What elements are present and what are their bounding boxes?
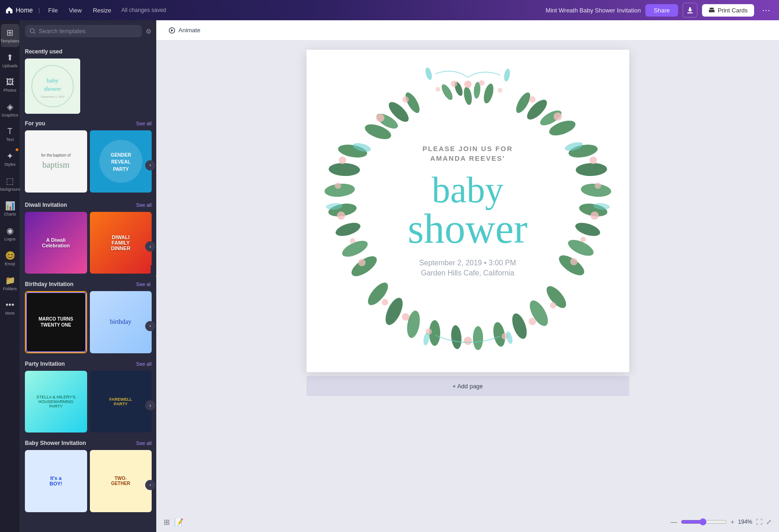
birthday-grid: MARCO TURNSTWENTY ONE birthday [25, 291, 152, 353]
add-page-bar[interactable]: + Add page [307, 376, 629, 396]
emoji-label: Emoji [5, 262, 15, 266]
baby-shower-next-arrow[interactable]: › [145, 480, 155, 490]
canvas-bottom: ⊞ 📝 — + 194% ⛶ ⤢ [156, 512, 779, 532]
template-card-baptism[interactable]: for the baptism of baptism [25, 130, 87, 193]
template-card-birthday-dark[interactable]: MARCO TURNSTWENTY ONE [25, 291, 87, 353]
file-menu[interactable]: File [45, 5, 60, 16]
zoom-out-button[interactable]: — [671, 518, 677, 526]
sidebar-item-styles[interactable]: ✦ Styles [1, 147, 19, 170]
view-menu[interactable]: View [66, 5, 84, 16]
print-cards-button[interactable]: Print Cards [702, 4, 754, 17]
recently-used-title: Recently used [25, 48, 62, 55]
template-card-diwali-purple[interactable]: A DiwaliCelebration [25, 212, 87, 274]
svg-point-81 [509, 311, 529, 340]
birthday-see-all[interactable]: See all [136, 281, 152, 287]
party-see-all[interactable]: See all [136, 361, 152, 367]
svg-point-31 [436, 87, 440, 92]
fullscreen-button[interactable]: ⤢ [766, 518, 772, 526]
invite-venue: Garden Hills Cafe, California [408, 269, 528, 277]
for-you-grid: for the baptism of baptism GENDER REVEAL… [25, 130, 152, 193]
sidebar-item-background[interactable]: ⬚ Background [1, 172, 19, 195]
svg-point-71 [358, 259, 366, 266]
svg-text:GENDER: GENDER [111, 152, 131, 158]
sidebar-item-templates[interactable]: ⊞ Templates [1, 24, 19, 47]
styles-label: Styles [4, 162, 16, 167]
add-page-label: + Add page [452, 383, 483, 390]
template-preview-baptism: for the baptism of baptism [25, 130, 87, 193]
template-card-gender-reveal[interactable]: GENDER REVEAL PARTY [90, 130, 152, 193]
resize-menu[interactable]: Resize [90, 5, 114, 16]
svg-text:September 2, 2019: September 2, 2019 [41, 95, 65, 98]
svg-point-37 [554, 112, 562, 121]
sidebar-item-emoji[interactable]: 😊 Emoji [1, 247, 19, 270]
more-options-button[interactable]: ⋯ [759, 3, 773, 18]
svg-point-67 [339, 157, 346, 164]
baby-shower-section: Baby Shower Invitation See all [25, 440, 152, 446]
birthday-dark-content: MARCO TURNSTWENTY ONE [26, 292, 86, 352]
template-card-baby-boy[interactable]: It's aBOY! [25, 450, 87, 512]
template-card-recent-baby[interactable]: baby shower September 2, 2019 [25, 58, 80, 114]
logos-icon: ◉ [6, 226, 14, 236]
sidebar-item-logos[interactable]: ◉ Logos [1, 222, 19, 245]
party-next-arrow[interactable]: › [145, 400, 155, 410]
more-icon: ••• [6, 300, 14, 310]
notes-icon[interactable]: 📝 [174, 518, 183, 526]
fit-screen-button[interactable]: ⛶ [756, 518, 762, 526]
svg-point-52 [555, 251, 587, 279]
diwali-next-arrow[interactable]: › [145, 241, 155, 251]
topbar-right: Mint Wreath Baby Shower Invitation Share… [546, 3, 773, 18]
sidebar-item-graphics[interactable]: ◈ Graphics [1, 98, 19, 121]
zoom-slider[interactable] [681, 518, 727, 526]
diwali-see-all[interactable]: See all [136, 202, 152, 208]
for-you-see-all[interactable]: See all [136, 121, 152, 126]
background-label: Background [0, 187, 21, 192]
sidebar-item-uploads[interactable]: ⬆ Uploads [1, 49, 19, 72]
template-card-diwali-orange[interactable]: DIWALIFAMILYDINNER [90, 212, 152, 274]
baby-boy-content: It's aBOY! [25, 450, 87, 512]
icon-sidebar: ⊞ Templates ⬆ Uploads 🖼 Photos ◈ Graphic… [0, 20, 20, 532]
charts-icon: 📊 [5, 201, 15, 211]
filter-icon[interactable]: ⚙ [146, 28, 152, 35]
svg-point-28 [479, 80, 484, 86]
invite-please-join: PLEASE JOIN US FOR [408, 145, 528, 152]
animate-button[interactable]: Animate [164, 25, 205, 36]
invite-content: PLEASE JOIN US FOR AMANDA REEVES' baby s… [408, 145, 528, 277]
baby-shower-grid: It's aBOY! TWO-GETHER [25, 450, 152, 512]
templates-label: Templates [0, 39, 19, 43]
zoom-in-button[interactable]: + [731, 518, 734, 526]
home-label: Home [16, 6, 33, 14]
svg-point-83 [543, 283, 569, 311]
template-preview-recent: baby shower September 2, 2019 [25, 58, 80, 114]
sidebar-item-more[interactable]: ••• More [1, 297, 19, 319]
grid-view-icon[interactable]: ⊞ [164, 518, 170, 526]
folders-icon: 📁 [5, 275, 15, 286]
panel-collapse-button[interactable]: ‹ [151, 265, 156, 287]
download-button[interactable] [683, 3, 697, 18]
invitation-card[interactable]: PLEASE JOIN US FOR AMANDA REEVES' baby s… [307, 50, 629, 372]
svg-point-38 [402, 90, 422, 115]
party-grid: STELLA & MILERY'SHOUSEWARMINGPARTY FAREW… [25, 371, 152, 433]
for-you-next-arrow[interactable]: › [145, 160, 155, 170]
search-input-wrap[interactable] [25, 25, 142, 37]
canvas-scroll[interactable]: PLEASE JOIN US FOR AMANDA REEVES' baby s… [156, 41, 779, 512]
birthday-next-arrow[interactable]: › [145, 321, 155, 331]
template-card-party-teal[interactable]: STELLA & MILERY'SHOUSEWARMINGPARTY [25, 371, 87, 433]
svg-point-84 [382, 299, 388, 305]
template-card-party-dark[interactable]: FAREWELLPARTY [90, 371, 152, 433]
sidebar-item-folders[interactable]: 📁 Folders [1, 272, 19, 295]
template-card-birthday-blue[interactable]: birthday [90, 291, 152, 353]
sidebar-item-photos[interactable]: 🖼 Photos [1, 74, 19, 96]
home-button[interactable]: Home [6, 6, 33, 14]
svg-point-47 [575, 163, 607, 176]
search-input[interactable] [39, 28, 137, 35]
invite-name: AMANDA REEVES' [408, 154, 528, 162]
share-button[interactable]: Share [645, 4, 678, 17]
graphics-label: Graphics [2, 113, 18, 117]
sidebar-item-charts[interactable]: 📊 Charts [1, 197, 19, 220]
baby-shower-see-all[interactable]: See all [136, 440, 152, 446]
styles-notification-dot [16, 148, 18, 151]
template-card-baby-animal[interactable]: TWO-GETHER [90, 450, 152, 512]
svg-point-66 [348, 252, 379, 280]
styles-icon: ✦ [6, 151, 13, 161]
sidebar-item-text[interactable]: T Text [1, 123, 19, 146]
